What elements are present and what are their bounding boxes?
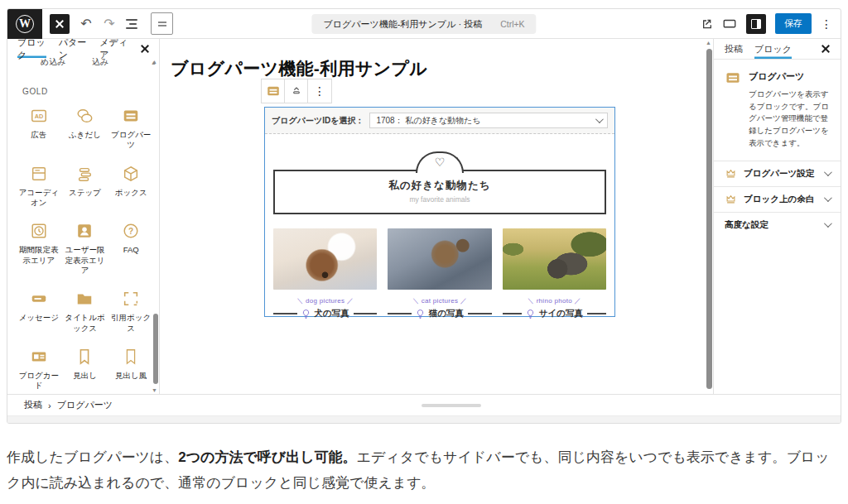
blog-parts-preview: ♡ 私の好きな動物たち my favorite animals ＼ dog pi… [265,134,614,319]
blog-card-icon [30,348,48,366]
breadcrumb-current-block: ブログパーツ [57,399,113,411]
options-menu-button[interactable]: ⋮ [821,17,832,31]
chevron-down-icon [824,168,832,176]
scroll-down-icon[interactable]: ▼ [152,387,157,393]
inserter-block-list: め込み 込み ▲ GOLD AD 広告 [7,58,159,394]
block-item-ad[interactable]: AD 広告 [16,107,62,151]
close-inserter-button[interactable] [141,45,149,53]
block-item-blog-parts[interactable]: ブログパーツ [108,107,154,151]
block-type-button[interactable] [262,79,285,103]
resize-handle[interactable] [422,404,481,407]
blog-parts-icon [266,84,281,98]
plugin-tool-button[interactable] [151,12,173,35]
preview-button[interactable] [722,17,737,31]
close-settings-button[interactable] [822,45,830,53]
window-bottom-strip [7,415,841,423]
crown-icon [725,167,737,180]
command-shortcut: Ctrl+K [500,19,524,29]
close-icon [822,45,830,53]
editor-canvas[interactable]: ブログパーツ機能-利用サンプル ⋮ [160,39,713,394]
widget-title: 私の好きな動物たち [275,179,605,193]
panel-block-margin[interactable]: ブロック上の余白 [714,186,841,212]
bookmark-outline-icon [122,348,140,366]
selected-blog-parts-block[interactable]: ブログパーツIDを選択： 1708： 私の好きな動物たち ♡ 私の好きな動物たち… [264,107,615,317]
dog-photo [273,228,377,290]
view-post-button[interactable] [700,17,713,31]
editor-topbar: W ↶ ↷ ブログパーツ機能-利用サンプル · 投稿 Ctrl+K [7,9,841,39]
block-item-speech-bubble[interactable]: ふきだし [62,107,108,151]
editor-window: W ↶ ↷ ブログパーツ機能-利用サンプル · 投稿 Ctrl+K [7,8,841,424]
panel-blog-parts-settings[interactable]: ブログパーツ設定 [714,161,841,186]
breadcrumb: 投稿 › ブログパーツ [24,399,113,411]
scroll-up-icon[interactable]: ▲ [706,40,711,46]
block-item-faq[interactable]: ? FAQ [108,222,154,276]
ad-icon: AD [30,107,48,125]
settings-tab-block[interactable]: ブロック [754,39,792,59]
block-options-button[interactable]: ⋮ [308,79,331,103]
block-item-accordion[interactable]: アコーディオン [16,165,62,209]
lightbulb-icon [526,309,535,319]
speech-bubble-icon [75,107,94,125]
plugin-tool-icon [158,22,166,23]
settings-sidebar: 投稿 ブロック ブログパーツ ブログパーツを表示するブロックです。ブログパーツ管… [713,39,841,394]
bookmark-filled-icon [75,348,94,366]
block-inserter-toggle-button[interactable] [50,14,70,34]
canvas-scrollbar[interactable]: ▲ [706,39,713,394]
lightbulb-icon [416,309,425,319]
wordpress-logo-button[interactable]: W [7,9,42,39]
quote-box-icon [122,290,140,308]
settings-sidebar-toggle-button[interactable] [746,14,766,34]
list-view-button[interactable] [121,12,144,36]
chevron-down-icon [824,194,832,202]
box-icon [122,165,140,183]
inserter-tab-blocks[interactable]: ブロック [17,39,46,58]
redo-button[interactable]: ↷ [98,12,121,36]
photo-tag: ＼ cat pictures ／ [388,296,491,305]
block-item-blog-card[interactable]: ブログカード [16,348,62,391]
block-item-user-limited-area[interactable]: ユーザー限定表示エリア [62,222,108,276]
kebab-icon: ⋮ [314,84,325,98]
block-item-heading-style[interactable]: 見出し風 [108,348,154,391]
block-item-box[interactable]: ボックス [108,165,154,209]
blog-parts-icon [122,107,140,125]
scrollbar-thumb[interactable] [153,314,158,384]
settings-tab-post[interactable]: 投稿 [725,39,743,59]
svg-text:?: ? [128,227,133,236]
block-item-heading[interactable]: 見出し [62,348,108,391]
block-item-title-box[interactable]: タイトルボックス [62,290,108,334]
breadcrumb-post[interactable]: 投稿 [24,399,42,411]
sidebar-icon [751,19,761,29]
block-item-message[interactable]: メッセージ [16,290,62,334]
sidebar-scrollbar[interactable]: ▲ ▼ [152,58,159,394]
post-title[interactable]: ブログパーツ機能-利用サンプル [171,57,427,80]
block-toolbar: ⋮ [261,79,332,103]
drag-handle-button[interactable] [285,79,308,103]
photo-tag: ＼ dog pictures ／ [273,296,377,305]
block-item-steps[interactable]: ステップ [62,165,108,209]
photo-caption: 犬の写真 [315,308,349,319]
scrollbar-thumb[interactable] [706,49,712,389]
lightbulb-icon [301,309,311,319]
photo-column-rhino: ＼ rhino photo ／ サイの写真 [503,228,606,319]
block-card: ブログパーツ ブログパーツを表示するブロックです。ブログパーツ管理機能で登録した… [714,60,841,161]
block-inserter-sidebar: ブロック パターン メディア め込み 込み ▲ GOLD [7,39,160,394]
blog-parts-icon [725,70,741,86]
save-button[interactable]: 保存 [775,13,812,34]
drag-handle-icon [290,84,303,98]
body-paragraph: 作成したブログパーツは、2つの方法で呼び出し可能。エディタでもサイドバーでも、同… [7,445,836,497]
inserter-tab-patterns[interactable]: パターン [59,39,88,58]
block-item-quote-box[interactable]: 引用ボックス [108,290,154,334]
photo-tag: ＼ rhino photo ／ [503,296,606,305]
block-item-limited-time-area[interactable]: 期間限定表示エリア [16,222,62,276]
document-title-bar[interactable]: ブログパーツ機能-利用サンプル · 投稿 Ctrl+K [311,14,536,34]
external-link-icon [700,17,713,31]
scroll-up-icon[interactable]: ▲ [152,59,157,65]
list-view-icon [126,19,137,21]
panel-advanced-settings[interactable]: 高度な設定 [714,212,841,238]
clock-icon [30,222,48,240]
undo-button[interactable]: ↶ [75,12,98,36]
inserter-tab-media[interactable]: メディア [99,39,128,58]
blog-parts-id-select[interactable]: 1708： 私の好きな動物たち [369,113,608,128]
cat-photo [388,228,491,290]
blog-parts-id-row: ブログパーツIDを選択： 1708： 私の好きな動物たち [265,108,614,134]
